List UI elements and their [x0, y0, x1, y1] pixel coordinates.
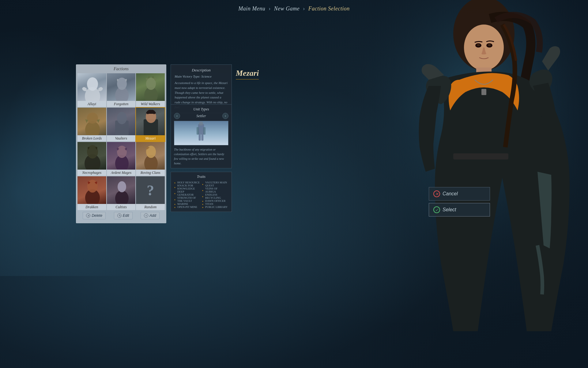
edit-icon: ✎ [117, 213, 122, 218]
svg-point-31 [118, 181, 126, 192]
svg-point-8 [477, 44, 480, 46]
breadcrumb-sep2: › [303, 6, 305, 12]
breadcrumb-sep1: › [269, 6, 271, 12]
trait-icon-5 [174, 203, 176, 205]
svg-point-17 [87, 113, 98, 124]
faction-allayi-label: Allayi [77, 101, 106, 107]
action-buttons: Cancel Select [429, 187, 490, 217]
faction-necrophages[interactable]: Necrophages [77, 142, 106, 176]
faction-random-label: Random [136, 204, 165, 210]
trait-deep-generator: DEEP GENERATOR [174, 190, 201, 196]
svg-point-29 [87, 180, 98, 193]
delete-label: Delete [92, 213, 102, 218]
trait-icon-11 [202, 203, 204, 205]
character-art [297, 0, 588, 368]
edit-label: Edit [123, 213, 129, 218]
faction-rovingclans[interactable]: Roving Clans [136, 142, 165, 176]
factions-title: Factions [76, 65, 166, 73]
traits-panel: Traits HOLY RESOURCE KNACK FOR KNOWLEDGE… [171, 172, 232, 212]
faction-forgotten-label: Forgotten [107, 101, 136, 107]
traits-right-col: VAULTERS MAIN QUEST VEINS OF AURIGA ENDL… [202, 181, 228, 209]
unit-next-button[interactable]: › [222, 113, 228, 119]
trait-icon-12 [202, 206, 204, 208]
trait-icon-7 [202, 183, 204, 185]
trait-strength-vault: STRENGTH OF THE VAULT [174, 196, 201, 202]
description-victory: Main Victory Type: Science [175, 75, 228, 78]
breadcrumb-main-menu[interactable]: Main Menu [238, 6, 265, 12]
factions-grid: Allayi Forgotten [76, 73, 166, 210]
trait-icon-4 [174, 198, 176, 201]
svg-point-9 [488, 44, 491, 46]
trait-marine: MARINE [174, 202, 201, 205]
faction-name-heading: Mezari [236, 69, 259, 79]
trait-icon-3 [174, 192, 176, 194]
faction-actions: ✕ Delete ✎ Edit + Add [76, 210, 166, 220]
cancel-label: Cancel [443, 191, 458, 197]
unit-image [174, 121, 228, 145]
faction-forgotten[interactable]: Forgotten [107, 73, 136, 107]
faction-cultists[interactable]: Cultists [107, 176, 136, 210]
delete-icon: ✕ [86, 213, 90, 218]
trait-holy-resource: HOLY RESOURCE [174, 181, 201, 184]
breadcrumb: Main Menu › New Game › Faction Selection [238, 6, 349, 12]
unit-types-title: Unit Types [174, 107, 228, 112]
add-icon: + [144, 213, 148, 218]
breadcrumb-current: Faction Selection [308, 6, 350, 12]
faction-vaulters[interactable]: Vaulters [107, 108, 136, 141]
unit-name: Settler [196, 114, 206, 118]
svg-point-11 [87, 77, 98, 91]
select-label: Select [443, 207, 456, 213]
trait-icon-10 [202, 200, 204, 202]
faction-mezari[interactable]: Mezari [136, 108, 165, 141]
traits-title: Traits [174, 174, 228, 179]
trait-public-library: PUBLIC LIBRARY [202, 205, 228, 209]
svg-point-19 [117, 112, 127, 124]
cancel-button[interactable]: Cancel [429, 187, 490, 201]
factions-panel: Factions Allayi [76, 64, 166, 223]
description-title: Description [175, 68, 228, 73]
faction-drakken[interactable]: Drakken [77, 176, 106, 210]
faction-brokenlords-label: Broken Lords [77, 135, 106, 141]
select-button[interactable]: Select [429, 203, 490, 217]
trait-icon-1 [174, 181, 176, 184]
trait-dawn-officer: DAWN OFFICER [202, 199, 228, 202]
edit-button[interactable]: ✎ Edit [114, 212, 133, 219]
trait-icon-2 [174, 186, 176, 188]
trait-veins: VEINS OF AURIGA [202, 187, 228, 193]
traits-columns: HOLY RESOURCE KNACK FOR KNOWLEDGE DEEP G… [174, 181, 228, 209]
faction-wildwalkers-label: Wild Walkers [136, 101, 165, 107]
trait-titan: TITAN [202, 202, 228, 205]
traits-left-col: HOLY RESOURCE KNACK FOR KNOWLEDGE DEEP G… [174, 181, 201, 209]
svg-rect-5 [481, 89, 486, 95]
faction-rovingclans-label: Roving Clans [136, 170, 165, 176]
trait-icon-9 [202, 195, 204, 197]
faction-mezari-label: Mezari [136, 135, 165, 141]
faction-allayi[interactable]: Allayi [77, 73, 106, 107]
svg-rect-4 [453, 153, 508, 159]
breadcrumb-new-game[interactable]: New Game [274, 6, 300, 12]
faction-name-display: Mezari [236, 69, 259, 79]
faction-random[interactable]: ? Random [136, 176, 165, 210]
svg-point-25 [117, 146, 127, 158]
trait-icon-8 [202, 189, 204, 191]
faction-brokenlords[interactable]: Broken Lords [77, 108, 106, 141]
trait-knack: KNACK FOR KNOWLEDGE [174, 184, 201, 190]
unit-types-panel: Unit Types ‹ Settler › The backbone of a… [171, 104, 232, 168]
trait-icon-6 [174, 206, 176, 208]
unit-prev-button[interactable]: ‹ [174, 113, 180, 119]
trait-endless-recycling: ENDLESS RECYCLING [202, 193, 228, 199]
faction-drakken-label: Drakken [77, 204, 106, 210]
add-button[interactable]: + Add [141, 212, 159, 219]
faction-ardentmages-label: Ardent Mages [107, 170, 136, 176]
unit-nav: ‹ Settler › [174, 113, 228, 119]
svg-point-30 [115, 190, 129, 204]
faction-necrophages-label: Necrophages [77, 170, 106, 176]
delete-button[interactable]: ✕ Delete [83, 212, 106, 219]
trait-vaulters-quest: VAULTERS MAIN QUEST [202, 181, 228, 187]
faction-vaulters-label: Vaulters [107, 135, 136, 141]
faction-wildwalkers[interactable]: Wild Walkers [136, 73, 165, 107]
trait-open-pit: OPEN-PIT MINE [174, 205, 201, 209]
faction-cultists-label: Cultists [107, 204, 136, 210]
select-icon [433, 206, 440, 213]
faction-ardentmages[interactable]: Ardent Mages [107, 142, 136, 176]
